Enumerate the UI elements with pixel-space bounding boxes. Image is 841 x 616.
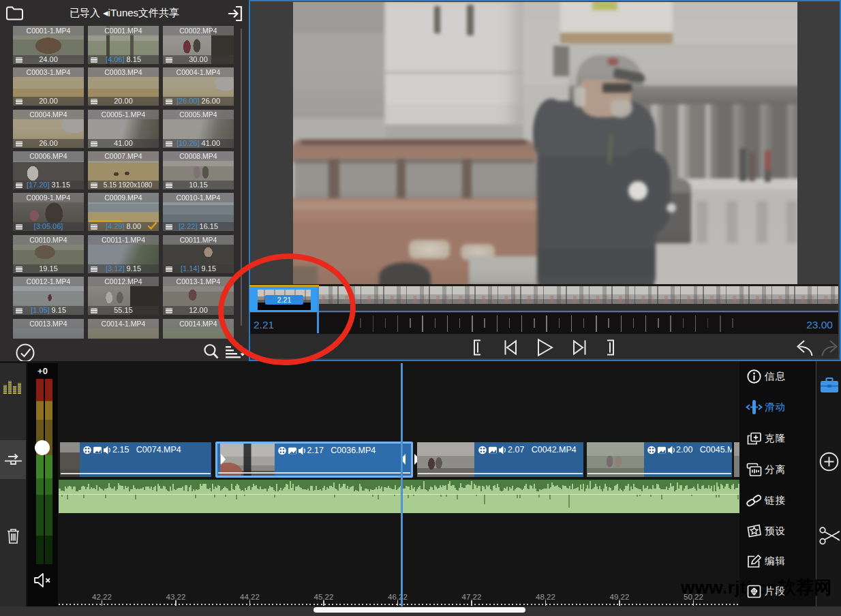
svg-text:a: a	[239, 344, 243, 351]
